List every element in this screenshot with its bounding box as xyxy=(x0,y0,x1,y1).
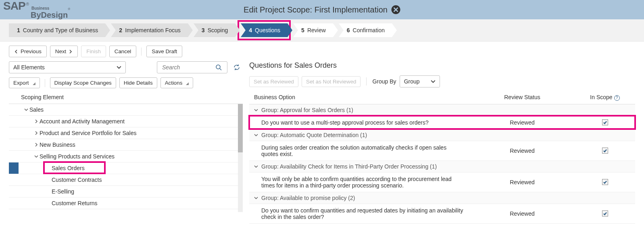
question-text: Do you want to use a multi-step approval… xyxy=(249,116,470,129)
wizard-step-5[interactable]: 5Review xyxy=(293,23,333,37)
group-by-dropdown[interactable]: Group xyxy=(400,75,440,87)
tree-node-customer-contracts[interactable]: Customer Contracts xyxy=(9,174,238,186)
review-status: Reviewed xyxy=(470,141,575,160)
tree-node-e-selling[interactable]: E-Selling xyxy=(9,186,238,198)
elements-filter-dropdown[interactable]: All Elements xyxy=(9,61,126,73)
sap-logo: SAP ® Business ByDesign ® xyxy=(3,0,70,20)
refresh-icon[interactable] xyxy=(231,61,243,73)
tree-node-account-activity[interactable]: Account and Activity Management xyxy=(9,116,238,127)
logo-text-sap: SAP xyxy=(3,0,25,12)
expand-icon[interactable] xyxy=(33,119,40,123)
col-in-scope: In Scope? xyxy=(575,91,635,104)
next-button[interactable]: Next xyxy=(50,46,78,57)
group-row-approval[interactable]: Group: Approval for Sales Orders (1) xyxy=(249,104,635,116)
collapse-icon[interactable] xyxy=(33,154,40,158)
scrollbar-thumb[interactable] xyxy=(238,104,243,152)
content-area: All Elements Export◢ Display Scope Chang… xyxy=(0,61,644,228)
search-input-wrap[interactable] xyxy=(157,61,227,73)
tree-node-sales[interactable]: Sales xyxy=(9,104,238,116)
collapse-icon[interactable] xyxy=(254,196,258,201)
wizard-bar: 1Country and Type of Business 2Implement… xyxy=(0,19,644,42)
wizard-steps: 1Country and Type of Business 2Implement… xyxy=(9,23,635,37)
display-scope-changes-button[interactable]: Display Scope Changes xyxy=(50,77,116,88)
logo-text-bydesign: ByDesign xyxy=(31,10,68,20)
tree-node-selling-products[interactable]: Selling Products and Services xyxy=(9,151,238,162)
group-row-auto-quote[interactable]: Group: Automatic Quote Determination (1) xyxy=(249,129,635,141)
collapse-icon[interactable] xyxy=(254,133,258,138)
save-draft-button[interactable]: Save Draft xyxy=(146,46,182,57)
tree-column-header: Scoping Element xyxy=(9,91,243,104)
review-status: Reviewed xyxy=(470,172,575,192)
search-input[interactable] xyxy=(161,64,213,71)
scrollbar[interactable] xyxy=(238,104,243,212)
separator xyxy=(141,48,142,56)
page-title: Edit Project Scope: First Implementation xyxy=(244,5,388,15)
in-scope-checkbox[interactable] xyxy=(602,119,608,125)
collapse-icon[interactable] xyxy=(254,164,258,169)
questions-panel-title: Questions for Sales Orders xyxy=(249,61,635,70)
right-pane: Questions for Sales Orders Set as Review… xyxy=(249,61,635,224)
in-scope-checkbox[interactable] xyxy=(602,179,608,185)
tree-node-sales-orders[interactable]: Sales Orders xyxy=(9,162,238,174)
tree-node-product-portfolio[interactable]: Product and Service Portfolio for Sales xyxy=(9,127,238,139)
wizard-step-4[interactable]: 4Questions xyxy=(241,23,288,37)
col-business-option: Business Option xyxy=(249,91,470,104)
left-toolbar: Export◢ Display Scope Changes Hide Detai… xyxy=(9,77,243,88)
set-not-reviewed-button: Set as Not Reviewed xyxy=(302,76,361,87)
in-scope-checkbox[interactable] xyxy=(602,210,608,216)
question-row-third-party-availability[interactable]: You will only be able to confirm quantit… xyxy=(249,172,635,192)
tree-node-new-business[interactable]: New Business xyxy=(9,139,238,151)
collapse-icon[interactable] xyxy=(23,108,29,112)
question-text: During sales order creation the solution… xyxy=(249,141,470,160)
wizard-step-2[interactable]: 2Implementation Focus xyxy=(111,23,188,37)
questions-table: Business Option Review Status In Scope? … xyxy=(249,91,635,224)
close-icon[interactable] xyxy=(392,5,400,14)
logo-text-business: Business xyxy=(31,6,70,10)
registered-mark: ® xyxy=(26,2,29,6)
finish-button: Finish xyxy=(81,46,106,57)
page-title-wrap: Edit Project Scope: First Implementation xyxy=(244,5,400,15)
expand-icon[interactable] xyxy=(33,143,40,147)
svg-point-0 xyxy=(216,65,220,69)
review-status: Reviewed xyxy=(470,204,575,223)
left-pane: All Elements Export◢ Display Scope Chang… xyxy=(9,61,243,224)
cancel-button[interactable]: Cancel xyxy=(109,46,137,57)
wizard-step-1[interactable]: 1Country and Type of Business xyxy=(9,23,105,37)
previous-button[interactable]: Previous xyxy=(9,46,47,57)
expand-icon[interactable] xyxy=(33,131,40,135)
export-button[interactable]: Export◢ xyxy=(9,77,40,88)
review-status: Reviewed xyxy=(470,116,575,129)
group-row-atp-policy[interactable]: Group: Available to promise policy (2) xyxy=(249,192,635,204)
questions-toolbar: Set as Reviewed Set as Not Reviewed Grou… xyxy=(249,75,635,87)
help-icon[interactable]: ? xyxy=(614,95,620,101)
hide-details-button[interactable]: Hide Details xyxy=(119,77,157,88)
question-row-multi-step-approval[interactable]: Do you want to use a multi-step approval… xyxy=(249,116,635,129)
question-text: Do you want to confirm quantities and re… xyxy=(249,204,470,223)
chevron-down-icon xyxy=(431,79,436,84)
filter-row: All Elements xyxy=(9,61,243,73)
dropdown-indicator-icon: ◢ xyxy=(186,81,189,85)
tree-scroll-area: Sales Account and Activity Management Pr… xyxy=(9,104,243,212)
action-bar: Previous Next Finish Cancel Save Draft xyxy=(0,42,644,61)
wizard-step-6[interactable]: 6Confirmation xyxy=(339,23,392,37)
question-row-atp-confirm[interactable]: Do you want to confirm quantities and re… xyxy=(249,204,635,223)
chevron-down-icon xyxy=(117,65,121,70)
search-icon[interactable] xyxy=(213,61,225,73)
col-review-status: Review Status xyxy=(470,91,575,104)
wizard-step-3[interactable]: 3Scoping xyxy=(194,23,235,37)
collapse-icon[interactable] xyxy=(254,108,258,113)
set-reviewed-button: Set as Reviewed xyxy=(249,76,298,87)
scoping-tree: Sales Account and Activity Management Pr… xyxy=(9,104,243,209)
question-text: You will only be able to confirm quantit… xyxy=(249,172,470,192)
actions-button[interactable]: Actions◢ xyxy=(160,77,194,88)
top-banner: SAP ® Business ByDesign ® Edit Project S… xyxy=(0,0,644,19)
tree-node-customer-returns[interactable]: Customer Returns xyxy=(9,198,238,209)
group-row-availability-check[interactable]: Group: Availability Check for Items in T… xyxy=(249,160,635,172)
question-row-auto-quote-check[interactable]: During sales order creation the solution… xyxy=(249,141,635,160)
in-scope-checkbox[interactable] xyxy=(602,148,608,154)
separator xyxy=(45,79,45,87)
dropdown-indicator-icon: ◢ xyxy=(33,81,35,85)
trademark-mark: ® xyxy=(68,7,70,11)
group-by-label: Group By xyxy=(372,78,396,85)
separator xyxy=(366,77,367,85)
